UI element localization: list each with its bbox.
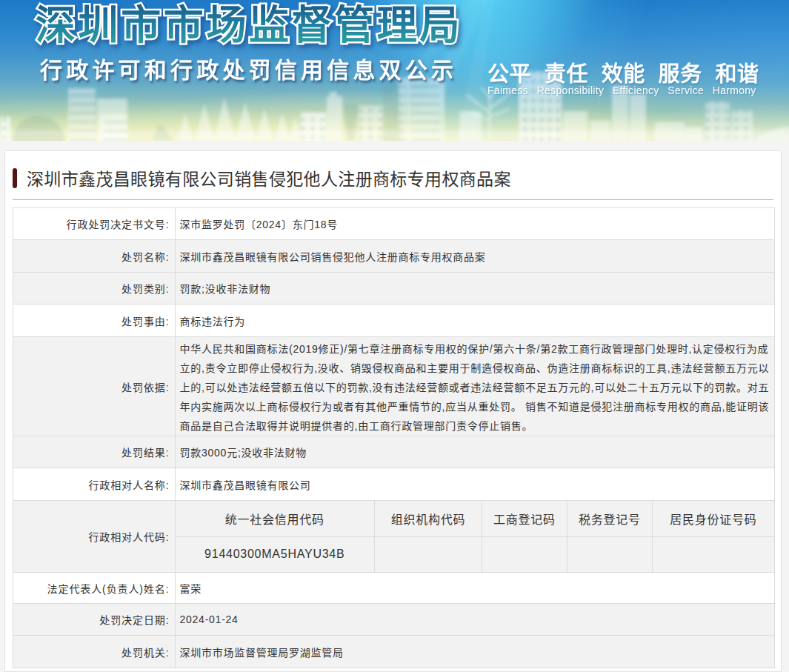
svg-text:深圳市市场监督管理局: 深圳市市场监督管理局 <box>36 3 462 47</box>
